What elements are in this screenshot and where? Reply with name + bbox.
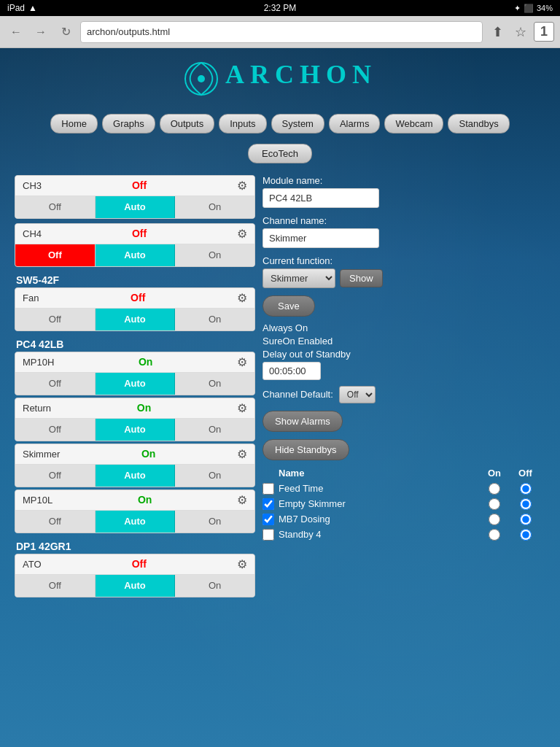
standby4-label: Standby 4 bbox=[279, 529, 476, 540]
ctrl-auto-skimmer[interactable]: Auto bbox=[96, 465, 176, 487]
function-select[interactable]: Skimmer bbox=[262, 268, 335, 288]
channel-label-skimmer: Skimmer bbox=[23, 449, 60, 460]
ctrl-auto-ch4[interactable]: Auto bbox=[96, 244, 176, 266]
current-function-label: Current function: bbox=[262, 255, 538, 266]
ctrl-on-ch3[interactable]: On bbox=[175, 196, 254, 218]
ctrl-off-fan[interactable]: Off bbox=[15, 309, 96, 330]
standbys-table: Name On Off Feed Time Empty Skim bbox=[262, 466, 538, 541]
channel-status-fan: Off bbox=[131, 292, 145, 303]
channel-label-mp10h: MP10H bbox=[23, 357, 54, 368]
ctrl-off-mp10l[interactable]: Off bbox=[15, 511, 96, 533]
emptyskimmer-checkbox[interactable] bbox=[262, 498, 274, 510]
channel-default-select[interactable]: Off bbox=[339, 386, 376, 403]
ctrl-auto-return[interactable]: Auto bbox=[96, 419, 176, 441]
ctrl-auto-ch3[interactable]: Auto bbox=[96, 196, 176, 218]
device-group-sw5: SW5-42F Fan Off ⚙ Off Auto On bbox=[15, 271, 255, 331]
gear-icon-skimmer[interactable]: ⚙ bbox=[237, 447, 247, 461]
nav-graphs[interactable]: Graphs bbox=[102, 114, 155, 133]
module-name-label: Module name: bbox=[262, 175, 538, 186]
nav-home[interactable]: Home bbox=[50, 114, 98, 133]
ctrl-auto-ato[interactable]: Auto bbox=[96, 575, 176, 597]
device-group-ch3: CH3 Off ⚙ Off Auto On bbox=[15, 175, 255, 219]
feedtime-checkbox[interactable] bbox=[262, 483, 274, 495]
nav-standbys[interactable]: Standbys bbox=[448, 114, 509, 133]
channel-row-ch4: CH4 Off ⚙ Off Auto On bbox=[15, 223, 255, 267]
ctrl-auto-mp10l[interactable]: Auto bbox=[96, 511, 176, 533]
ctrl-auto-fan[interactable]: Auto bbox=[96, 309, 176, 330]
nav-inputs[interactable]: Inputs bbox=[219, 114, 266, 133]
show-alarms-button[interactable]: Show Alarms bbox=[262, 411, 343, 432]
address-bar[interactable] bbox=[80, 21, 483, 43]
sureon-text: SureOn Enabled bbox=[262, 336, 538, 347]
mb7dosing-label: MB7 Dosing bbox=[279, 514, 476, 525]
ctrl-on-ch4[interactable]: On bbox=[175, 244, 254, 266]
feedtime-radio-on[interactable] bbox=[489, 483, 500, 495]
device-group-ch4: CH4 Off ⚙ Off Auto On bbox=[15, 223, 255, 267]
standbys-header-name: Name bbox=[262, 468, 476, 479]
standby4-radio-off[interactable] bbox=[520, 529, 532, 541]
channel-label-fan: Fan bbox=[23, 293, 39, 303]
nav-webcam[interactable]: Webcam bbox=[384, 114, 443, 133]
standby4-radio-on[interactable] bbox=[489, 529, 500, 541]
gear-icon-ato[interactable]: ⚙ bbox=[237, 557, 247, 571]
ctrl-on-ato[interactable]: On bbox=[175, 575, 254, 597]
channel-label-mp10l: MP10L bbox=[23, 495, 52, 506]
channel-row-mp10h: MP10H On ⚙ Off Auto On bbox=[15, 352, 255, 395]
forward-button[interactable]: → bbox=[31, 22, 51, 42]
nav-system[interactable]: System bbox=[271, 114, 324, 133]
always-on-text: Always On bbox=[262, 322, 538, 333]
nav-outputs[interactable]: Outputs bbox=[160, 114, 215, 133]
save-button[interactable]: Save bbox=[262, 295, 315, 317]
ctrl-on-mp10h[interactable]: On bbox=[175, 373, 254, 395]
channel-row-return: Return On ⚙ Off Auto On bbox=[15, 398, 255, 441]
show-function-button[interactable]: Show bbox=[340, 269, 383, 287]
gear-icon-ch3[interactable]: ⚙ bbox=[237, 179, 247, 193]
ctrl-off-skimmer[interactable]: Off bbox=[15, 465, 96, 487]
bookmark-icon[interactable]: ☆ bbox=[510, 24, 531, 40]
gear-icon-return[interactable]: ⚙ bbox=[237, 401, 247, 415]
gear-icon-mp10h[interactable]: ⚙ bbox=[237, 355, 247, 369]
feedtime-label: Feed Time bbox=[279, 483, 476, 494]
ecotech-button[interactable]: EcoTech bbox=[248, 144, 312, 163]
ctrl-on-fan[interactable]: On bbox=[175, 309, 254, 330]
ctrl-off-ch4[interactable]: Off bbox=[15, 244, 96, 266]
ctrl-off-mp10h[interactable]: Off bbox=[15, 373, 96, 395]
share-icon[interactable]: ⬆ bbox=[487, 24, 508, 40]
mb7dosing-checkbox[interactable] bbox=[262, 514, 274, 525]
feedtime-radio-off[interactable] bbox=[520, 483, 532, 495]
ctrl-off-ch3[interactable]: Off bbox=[15, 196, 96, 218]
channel-status-mp10h: On bbox=[139, 356, 152, 368]
ctrl-auto-mp10h[interactable]: Auto bbox=[96, 373, 176, 395]
gear-icon-mp10l[interactable]: ⚙ bbox=[237, 493, 247, 507]
module-name-input[interactable] bbox=[262, 188, 379, 208]
nav-alarms[interactable]: Alarms bbox=[329, 114, 380, 133]
ctrl-on-return[interactable]: On bbox=[175, 419, 254, 441]
mb7dosing-radio-on[interactable] bbox=[489, 514, 500, 525]
standbys-header-on: On bbox=[476, 468, 513, 479]
back-button[interactable]: ← bbox=[6, 22, 26, 42]
ctrl-on-mp10l[interactable]: On bbox=[175, 511, 254, 533]
gear-icon-fan[interactable]: ⚙ bbox=[237, 291, 247, 305]
channel-name-input[interactable] bbox=[262, 228, 379, 248]
channel-row-ato: ATO Off ⚙ Off Auto On bbox=[15, 554, 255, 597]
emptyskimmer-radio-on[interactable] bbox=[489, 498, 500, 510]
delay-time-input[interactable] bbox=[262, 362, 321, 380]
ctrl-off-return[interactable]: Off bbox=[15, 419, 96, 441]
hide-standbys-button[interactable]: Hide Standbys bbox=[262, 439, 349, 460]
standbys-header-off: Off bbox=[513, 468, 538, 479]
mb7dosing-radio-off[interactable] bbox=[520, 514, 532, 525]
ctrl-off-ato[interactable]: Off bbox=[15, 575, 96, 597]
ctrl-on-skimmer[interactable]: On bbox=[175, 465, 254, 487]
channel-status-ch3: Off bbox=[132, 179, 147, 191]
channel-label-ato: ATO bbox=[23, 559, 42, 570]
carrier-text: iPad bbox=[7, 3, 25, 13]
gear-icon-ch4[interactable]: ⚙ bbox=[237, 227, 247, 241]
channel-row-fan: Fan Off ⚙ Off Auto On bbox=[15, 287, 255, 331]
standby4-checkbox[interactable] bbox=[262, 529, 274, 541]
logo-area: ARCHON bbox=[0, 48, 560, 108]
emptyskimmer-radio-off[interactable] bbox=[520, 498, 532, 510]
standby-row-emptyskimmer: Empty Skimmer bbox=[262, 498, 538, 510]
reload-button[interactable]: ↻ bbox=[55, 22, 76, 42]
bluetooth-icon: ✦ bbox=[514, 4, 521, 13]
tab-count[interactable]: 1 bbox=[534, 22, 554, 42]
